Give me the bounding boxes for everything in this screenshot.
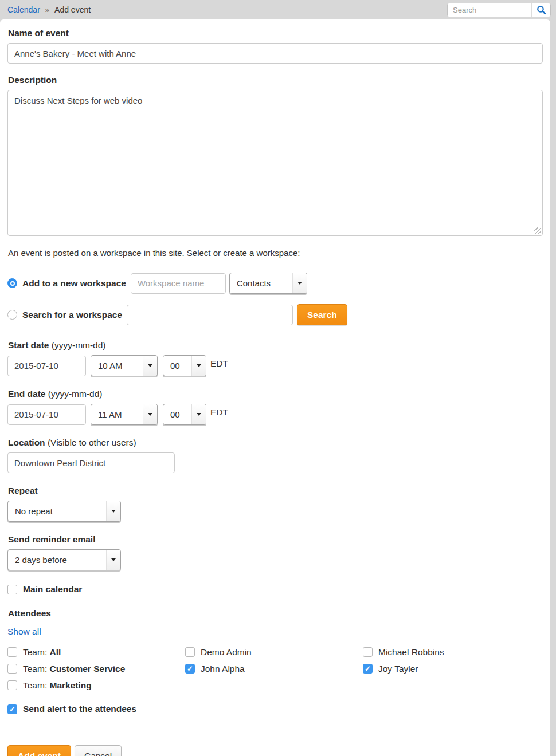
event-name-input[interactable] bbox=[7, 43, 543, 64]
workspace-type-select[interactable]: Contacts bbox=[229, 273, 307, 294]
attendee-label: Michael Robbins bbox=[378, 647, 444, 657]
attendee-label: Team: All bbox=[23, 647, 61, 657]
send-alert-checkbox[interactable] bbox=[7, 704, 17, 714]
attendees-grid: Team: All Team: Customer Service Team: M… bbox=[7, 644, 543, 694]
attendees-column-2: Demo Admin John Alpha bbox=[185, 644, 363, 694]
reminder-label: Send reminder email bbox=[8, 534, 543, 545]
description-label: Description bbox=[8, 75, 543, 85]
end-date-input[interactable] bbox=[7, 404, 86, 425]
start-minute-value: 00 bbox=[163, 356, 191, 376]
search-workspace-row: Search for a workspace Search bbox=[7, 304, 543, 325]
repeat-select[interactable]: No repeat bbox=[7, 501, 121, 522]
chevron-down-icon bbox=[292, 273, 307, 293]
repeat-label: Repeat bbox=[8, 486, 543, 496]
attendee-row: Joy Tayler bbox=[363, 660, 541, 677]
main-calendar-label: Main calendar bbox=[23, 584, 82, 594]
top-bar: Calendar » Add event bbox=[0, 0, 556, 19]
global-search bbox=[447, 3, 551, 17]
start-date-row: 10 AM 00 EDT bbox=[7, 355, 543, 376]
attendee-checkbox[interactable] bbox=[7, 664, 17, 674]
new-workspace-row: Add to a new workspace Contacts bbox=[7, 273, 543, 294]
start-date-label: Start date (yyyy-mm-dd) bbox=[8, 340, 543, 351]
attendees-column-teams: Team: All Team: Customer Service Team: M… bbox=[7, 644, 185, 694]
global-search-input[interactable] bbox=[448, 3, 531, 17]
search-workspace-label: Search for a workspace bbox=[22, 310, 122, 320]
attendee-label: Joy Tayler bbox=[378, 664, 418, 674]
end-minute-value: 00 bbox=[163, 404, 191, 424]
chevron-down-icon bbox=[191, 404, 206, 424]
attendee-checkbox[interactable] bbox=[185, 647, 195, 657]
attendees-label: Attendees bbox=[8, 608, 543, 619]
send-alert-label: Send alert to the attendees bbox=[23, 704, 136, 714]
workspace-search-button[interactable]: Search bbox=[297, 304, 347, 325]
start-hour-value: 10 AM bbox=[91, 356, 143, 376]
workspace-name-input[interactable] bbox=[131, 273, 226, 294]
workspace-type-selected-value: Contacts bbox=[230, 273, 292, 293]
new-workspace-radio[interactable] bbox=[7, 278, 17, 288]
reminder-selected-value: 2 days before bbox=[8, 550, 106, 570]
start-date-input[interactable] bbox=[7, 356, 86, 376]
workspace-search-input[interactable] bbox=[127, 305, 293, 325]
end-date-row: 11 AM 00 EDT bbox=[7, 404, 543, 425]
global-search-button[interactable] bbox=[531, 3, 550, 17]
chevron-down-icon bbox=[143, 356, 157, 376]
attendee-checkbox[interactable] bbox=[363, 664, 373, 674]
end-date-label: End date (yyyy-mm-dd) bbox=[8, 389, 543, 399]
end-hour-value: 11 AM bbox=[91, 404, 143, 424]
textarea-resize-handle[interactable] bbox=[534, 227, 541, 234]
end-timezone-label: EDT bbox=[210, 407, 228, 418]
attendee-checkbox[interactable] bbox=[185, 664, 195, 674]
description-textarea[interactable]: Discuss Next Steps for web video bbox=[7, 90, 543, 236]
new-workspace-label: Add to a new workspace bbox=[22, 278, 126, 289]
start-minute-select[interactable]: 00 bbox=[163, 355, 206, 376]
breadcrumb-current-page: Add event bbox=[54, 5, 91, 14]
chevron-down-icon bbox=[143, 404, 157, 424]
attendee-checkbox[interactable] bbox=[363, 647, 373, 657]
search-workspace-radio[interactable] bbox=[7, 310, 17, 320]
attendee-row: Michael Robbins bbox=[363, 644, 541, 660]
attendee-row: Team: Customer Service bbox=[7, 660, 185, 677]
chevron-down-icon bbox=[191, 356, 206, 376]
show-all-link[interactable]: Show all bbox=[7, 627, 41, 636]
search-icon bbox=[537, 5, 546, 15]
attendee-label: Team: Customer Service bbox=[23, 664, 125, 674]
start-timezone-label: EDT bbox=[210, 359, 228, 369]
end-hour-select[interactable]: 11 AM bbox=[91, 404, 158, 425]
send-alert-row: Send alert to the attendees bbox=[7, 704, 543, 714]
attendee-label: John Alpha bbox=[201, 664, 245, 674]
add-event-form-panel: Name of event Description Discuss Next S… bbox=[0, 19, 550, 756]
cancel-button[interactable]: Cancel bbox=[75, 745, 122, 756]
attendee-checkbox[interactable] bbox=[7, 680, 17, 690]
location-input[interactable] bbox=[7, 452, 175, 473]
breadcrumb-separator: » bbox=[45, 6, 49, 14]
name-of-event-label: Name of event bbox=[8, 28, 543, 38]
attendee-row: Demo Admin bbox=[185, 644, 363, 660]
main-calendar-row: Main calendar bbox=[7, 584, 543, 594]
end-minute-select[interactable]: 00 bbox=[163, 404, 206, 425]
attendees-column-3: Michael Robbins Joy Tayler bbox=[363, 644, 541, 694]
main-calendar-checkbox[interactable] bbox=[7, 585, 17, 594]
breadcrumb: Calendar » Add event bbox=[7, 5, 91, 14]
start-hour-select[interactable]: 10 AM bbox=[91, 355, 158, 376]
form-actions: Add event Cancel bbox=[7, 745, 543, 756]
chevron-down-icon bbox=[106, 550, 120, 570]
breadcrumb-calendar-link[interactable]: Calendar bbox=[7, 5, 40, 14]
attendee-row: John Alpha bbox=[185, 660, 363, 677]
attendee-label: Team: Marketing bbox=[23, 680, 92, 691]
workspace-intro-text: An event is posted on a workspace in thi… bbox=[8, 248, 543, 258]
location-label: Location (Visible to other users) bbox=[8, 438, 543, 448]
attendee-checkbox[interactable] bbox=[7, 647, 17, 657]
repeat-selected-value: No repeat bbox=[8, 501, 106, 521]
add-event-button[interactable]: Add event bbox=[7, 745, 71, 756]
attendee-label: Demo Admin bbox=[201, 647, 252, 657]
chevron-down-icon bbox=[106, 501, 120, 521]
reminder-select[interactable]: 2 days before bbox=[7, 549, 121, 570]
attendee-row: Team: Marketing bbox=[7, 677, 185, 694]
attendee-row: Team: All bbox=[7, 644, 185, 660]
